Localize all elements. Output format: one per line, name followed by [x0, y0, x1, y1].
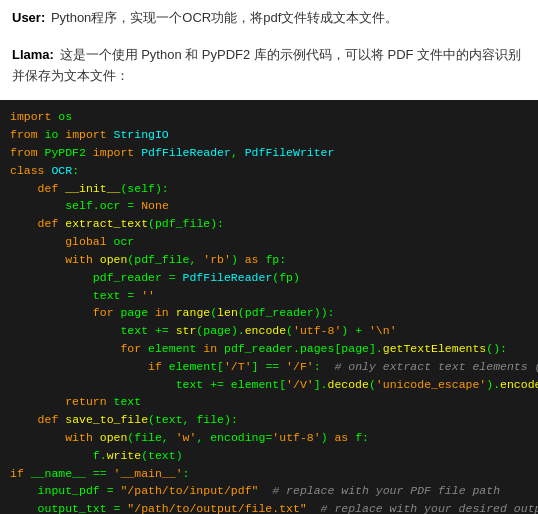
sender-llama-1: Llama: [12, 47, 54, 62]
message-user-1: User: Python程序，实现一个OCR功能，将pdf文件转成文本文件。 [0, 0, 538, 37]
code-block-1: import os from io import StringIO from P… [0, 100, 538, 514]
chat-container: User: Python程序，实现一个OCR功能，将pdf文件转成文本文件。 L… [0, 0, 538, 514]
sender-user-1: User: [12, 10, 45, 25]
message-text-llama-1: 这是一个使用 Python 和 PyPDF2 库的示例代码，可以将 PDF 文件… [12, 47, 521, 83]
message-text-user-1: Python程序，实现一个OCR功能，将pdf文件转成文本文件。 [51, 10, 398, 25]
message-llama-1: Llama: 这是一个使用 Python 和 PyPDF2 库的示例代码，可以将… [0, 37, 538, 95]
